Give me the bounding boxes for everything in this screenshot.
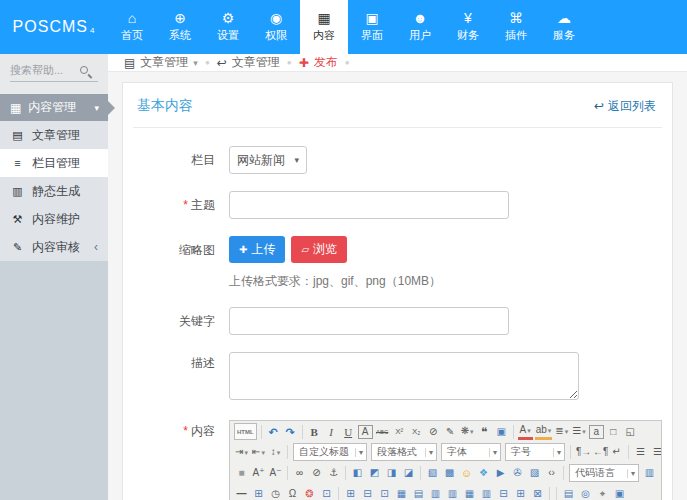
source-icon[interactable]: HTML xyxy=(234,423,257,440)
nav-item-content[interactable]: ▦内容 xyxy=(300,0,348,54)
italic-icon[interactable]: I xyxy=(324,423,339,440)
font-enlarge-icon[interactable]: A⁺ xyxy=(251,465,266,482)
preview-icon[interactable]: ◎ xyxy=(578,485,593,500)
line-height-icon[interactable]: ↕▾ xyxy=(268,444,283,461)
image-icon[interactable]: ▧ xyxy=(425,465,440,482)
nav-item-home[interactable]: ⌂首页 xyxy=(108,0,156,54)
unlink-icon[interactable]: ⊘ xyxy=(309,465,324,482)
find-replace-icon[interactable]: ⌖ xyxy=(595,485,610,500)
row-above-icon[interactable]: ▦ xyxy=(394,485,409,500)
code-language-select[interactable]: 代码语言▾ xyxy=(569,464,639,482)
img-align-right-icon[interactable]: ◨ xyxy=(384,465,399,482)
cell-prop-icon[interactable]: ⊡ xyxy=(377,485,392,500)
fullscreen-icon[interactable]: ◱ xyxy=(623,423,638,440)
font-size-select[interactable]: 字号▾ xyxy=(505,443,565,461)
calendar-icon[interactable]: ⊞ xyxy=(251,485,266,500)
align-left-icon[interactable]: ☰ xyxy=(633,444,648,461)
hilitecolor-icon[interactable]: ab▾ xyxy=(535,423,553,440)
blockquote-icon[interactable]: ❝ xyxy=(477,423,492,440)
iframe-icon[interactable]: ⊡ xyxy=(319,485,334,500)
col-right-icon[interactable]: ▥ xyxy=(445,485,460,500)
print-icon[interactable]: ▤ xyxy=(561,485,576,500)
nav-item-plugin[interactable]: ⌘插件 xyxy=(492,0,540,54)
eraser-icon[interactable]: ⊘ xyxy=(426,423,441,440)
subscript-icon[interactable]: X₂ xyxy=(409,423,424,440)
nav-item-system[interactable]: ⊕系统 xyxy=(156,0,204,54)
row-delete-icon[interactable]: ▦ xyxy=(462,485,477,500)
browse-button[interactable]: ▱ 浏览 xyxy=(291,236,347,263)
hr-icon[interactable]: — xyxy=(234,485,249,500)
nav-item-user[interactable]: ☻用户 xyxy=(396,0,444,54)
special-char-icon[interactable]: Ω xyxy=(285,485,300,500)
justify-icon[interactable]: ■ xyxy=(234,465,249,482)
emoticon-icon[interactable]: ☺ xyxy=(459,465,474,482)
subject-input[interactable] xyxy=(229,191,509,219)
anchor-a-icon[interactable]: a xyxy=(589,425,604,439)
sidebar-item-article-manage[interactable]: ▤文章管理 xyxy=(0,121,108,149)
nav-item-service[interactable]: ☁服务 xyxy=(540,0,588,54)
img-align-bottom-icon[interactable]: ◪ xyxy=(401,465,416,482)
keywords-input[interactable] xyxy=(229,307,509,335)
outdent-icon[interactable]: ⇤▾ xyxy=(251,444,266,461)
unordered-list-icon[interactable]: ☰▾ xyxy=(571,423,586,440)
search-icon[interactable] xyxy=(80,66,88,74)
collapse-icon[interactable]: ‹ xyxy=(94,240,98,254)
nav-item-auth[interactable]: ◉权限 xyxy=(252,0,300,54)
nav-item-finance[interactable]: ¥财务 xyxy=(444,0,492,54)
undo-icon[interactable]: ↶ xyxy=(266,423,281,440)
anchor-icon[interactable]: ⚓ xyxy=(326,465,341,482)
img-align-left-icon[interactable]: ◧ xyxy=(350,465,365,482)
crumb-back-article-manage[interactable]: ↩文章管理 xyxy=(217,54,280,71)
col-delete-icon[interactable]: ▥ xyxy=(479,485,494,500)
link-icon[interactable]: ∞ xyxy=(292,465,307,482)
sidebar-section-content-manage[interactable]: ▦ 内容管理 ▾ xyxy=(0,94,108,121)
crumb-article-manage[interactable]: ▤文章管理▾ xyxy=(124,54,198,71)
font-reduce-icon[interactable]: A⁻ xyxy=(268,465,283,482)
upload-button[interactable]: ✚ 上传 xyxy=(229,236,285,263)
new-doc-icon[interactable]: □ xyxy=(606,423,621,440)
img-align-top-icon[interactable]: ◩ xyxy=(367,465,382,482)
format-painter-icon[interactable]: ❋▾ xyxy=(460,423,475,440)
multi-image-icon[interactable]: ▩ xyxy=(442,465,457,482)
indent-icon[interactable]: ⇥▾ xyxy=(234,444,249,461)
paragraph-format-select[interactable]: 段落格式▾ xyxy=(371,443,437,461)
cell-merge-icon[interactable]: ⊟ xyxy=(496,485,511,500)
custom-title-select[interactable]: 自定义标题▾ xyxy=(293,443,367,461)
insert-code-icon[interactable]: ▥ xyxy=(642,465,657,482)
ordered-list-icon[interactable]: ≣▾ xyxy=(554,423,569,440)
font-family-select[interactable]: 字体▾ xyxy=(441,443,501,461)
paste-word-icon[interactable]: ▣ xyxy=(494,423,509,440)
superscript-icon[interactable]: X² xyxy=(392,423,407,440)
sidebar-item-category-manage[interactable]: ≡栏目管理 xyxy=(0,149,108,177)
nav-item-ui[interactable]: ▣界面 xyxy=(348,0,396,54)
code-block-icon[interactable]: ‹› xyxy=(544,465,559,482)
rtl-icon[interactable]: ←¶ xyxy=(592,444,607,461)
col-left-icon[interactable]: ▥ xyxy=(428,485,443,500)
gallery-icon[interactable]: ▨ xyxy=(527,465,542,482)
underline-icon[interactable]: U xyxy=(341,423,356,440)
nav-item-settings[interactable]: ⚙设置 xyxy=(204,0,252,54)
logo[interactable]: POSCMS 4 xyxy=(0,0,108,54)
ltr-icon[interactable]: ¶→ xyxy=(575,444,590,461)
sidebar-item-content-maintain[interactable]: ⚒内容维护 xyxy=(0,205,108,233)
font-border-icon[interactable]: A xyxy=(358,425,373,439)
back-to-list-link[interactable]: ↩ 返回列表 xyxy=(594,98,656,115)
cell-split-icon[interactable]: ⊞ xyxy=(513,485,528,500)
strikethrough-icon[interactable]: ABC xyxy=(375,423,390,440)
bold-icon[interactable]: B xyxy=(307,423,322,440)
clock-icon[interactable]: ◷ xyxy=(268,485,283,500)
align-center-icon[interactable]: ☰ xyxy=(650,444,661,461)
table-insert-icon[interactable]: ⊞ xyxy=(343,485,358,500)
table-prop-icon[interactable]: ⊟ xyxy=(360,485,375,500)
redo-icon[interactable]: ↷ xyxy=(283,423,298,440)
quick-format-icon[interactable]: ✦ xyxy=(659,465,661,482)
wrap-icon[interactable]: ↵ xyxy=(609,444,624,461)
map-icon[interactable]: ❖ xyxy=(476,465,491,482)
sidebar-item-content-audit[interactable]: ✎内容审核‹ xyxy=(0,233,108,261)
table-delete-icon[interactable]: ⊠ xyxy=(530,485,545,500)
row-below-icon[interactable]: ▤ xyxy=(411,485,426,500)
baidu-map-icon[interactable]: ❂ xyxy=(302,485,317,500)
crumb-publish[interactable]: ✚发布 xyxy=(299,54,338,71)
attachment-icon[interactable]: ✇ xyxy=(510,465,525,482)
brush-icon[interactable]: ✎ xyxy=(443,423,458,440)
